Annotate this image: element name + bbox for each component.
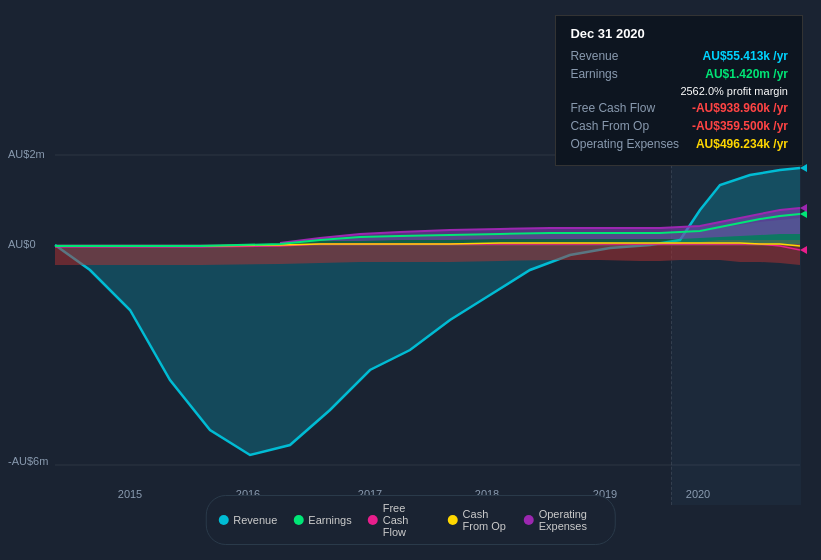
tooltip-label-fcf: Free Cash Flow xyxy=(570,101,680,115)
legend-dot-cashfromop xyxy=(448,515,458,525)
legend-dot-revenue xyxy=(218,515,228,525)
tooltip-value-cashfromop: -AU$359.500k /yr xyxy=(692,119,788,133)
legend: Revenue Earnings Free Cash Flow Cash Fro… xyxy=(205,495,616,545)
tooltip-label-cashfromop: Cash From Op xyxy=(570,119,680,133)
legend-label-fcf: Free Cash Flow xyxy=(383,502,432,538)
y-label-top: AU$2m xyxy=(8,148,45,160)
tooltip-label-opex: Operating Expenses xyxy=(570,137,680,151)
legend-label-opex: Operating Expenses xyxy=(539,508,603,532)
legend-label-cashfromop: Cash From Op xyxy=(463,508,508,532)
tooltip-value-opex: AU$496.234k /yr xyxy=(696,137,788,151)
tooltip-box: Dec 31 2020 Revenue AU$55.413k /yr Earni… xyxy=(555,15,803,166)
tooltip-row-fcf: Free Cash Flow -AU$938.960k /yr xyxy=(570,101,788,115)
tooltip-value-fcf: -AU$938.960k /yr xyxy=(692,101,788,115)
tooltip-row-revenue: Revenue AU$55.413k /yr xyxy=(570,49,788,63)
legend-item-earnings[interactable]: Earnings xyxy=(293,514,351,526)
svg-marker-6 xyxy=(800,204,807,212)
x-label-2020: 2020 xyxy=(686,488,710,500)
tooltip-value-earnings: AU$1.420m /yr xyxy=(705,67,788,81)
legend-item-cashfromop[interactable]: Cash From Op xyxy=(448,508,508,532)
legend-item-revenue[interactable]: Revenue xyxy=(218,514,277,526)
tooltip-value-revenue: AU$55.413k /yr xyxy=(703,49,788,63)
legend-label-revenue: Revenue xyxy=(233,514,277,526)
legend-item-opex[interactable]: Operating Expenses xyxy=(524,508,603,532)
legend-dot-opex xyxy=(524,515,534,525)
tooltip-row-earnings: Earnings AU$1.420m /yr xyxy=(570,67,788,81)
svg-marker-7 xyxy=(800,246,807,254)
y-label-mid: AU$0 xyxy=(8,238,36,250)
x-label-2015: 2015 xyxy=(118,488,142,500)
legend-item-fcf[interactable]: Free Cash Flow xyxy=(368,502,432,538)
tooltip-row-opex: Operating Expenses AU$496.234k /yr xyxy=(570,137,788,151)
legend-dot-earnings xyxy=(293,515,303,525)
legend-dot-fcf xyxy=(368,515,378,525)
legend-label-earnings: Earnings xyxy=(308,514,351,526)
tooltip-label-revenue: Revenue xyxy=(570,49,680,63)
tooltip-label-earnings: Earnings xyxy=(570,67,680,81)
tooltip-sub-margin: 2562.0% profit margin xyxy=(570,85,788,97)
chart-container: AU$2m AU$0 -AU$6m 2015 2016 2017 2018 20… xyxy=(0,0,821,560)
tooltip-date: Dec 31 2020 xyxy=(570,26,788,41)
y-label-bottom: -AU$6m xyxy=(8,455,48,467)
tooltip-row-cashfromop: Cash From Op -AU$359.500k /yr xyxy=(570,119,788,133)
